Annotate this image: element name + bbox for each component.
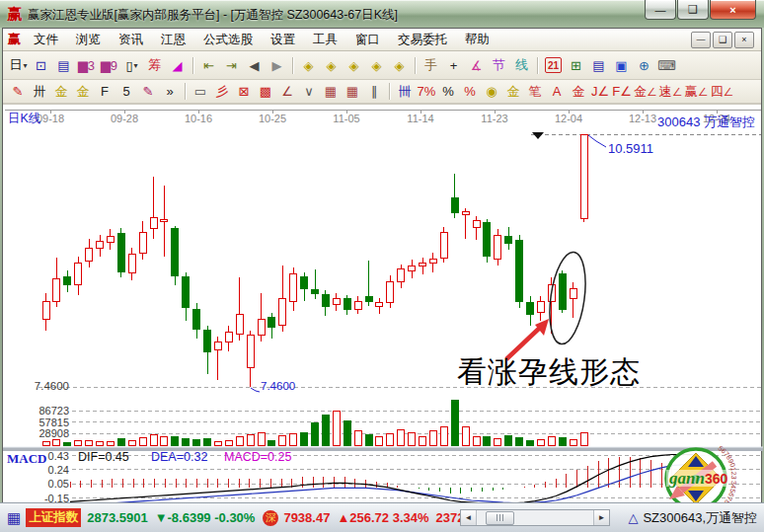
web-sync-icon[interactable]: ⊕: [634, 55, 654, 75]
menu-item[interactable]: 设置: [262, 33, 304, 46]
close-button[interactable]: ×: [710, 0, 756, 20]
scrollbar-thumb[interactable]: [486, 511, 514, 525]
save-icon[interactable]: ▣: [611, 55, 632, 75]
menu-item[interactable]: 工具: [304, 33, 346, 46]
date-tick-label: 11-14: [407, 113, 433, 124]
menu-item[interactable]: 资讯: [110, 33, 152, 46]
four-angle-icon[interactable]: 四∠: [710, 82, 733, 102]
mdi-restore-button[interactable]: ❑: [713, 32, 732, 48]
shift-left-icon[interactable]: ◈: [298, 55, 319, 75]
more-tools-icon[interactable]: »: [160, 82, 180, 102]
golden-ratio-icon[interactable]: 金: [51, 82, 71, 102]
gann-box-icon[interactable]: ⊠: [234, 82, 254, 102]
shenzhen-market-icon[interactable]: 深: [263, 510, 278, 526]
fit-view-icon[interactable]: ◈: [389, 55, 410, 75]
pan-hand-icon[interactable]: 手: [420, 55, 441, 75]
menu-item[interactable]: 帮助: [456, 33, 498, 46]
menu-item[interactable]: 交易委托: [389, 33, 456, 46]
toolbar-gann-tools: ✎卅金金F5✎»▭彡⊠▩∠∨▦▦∥卌7%%%◉金笔A金J∠F∠金∠速∠赢∠四∠: [3, 80, 761, 104]
toolbar-main: 日▾⊡▤▆3▆9▯▾筹◢⇤⇥◀▶◈◈◈◈◈手+∡节线21⊞▤▣⊕⌨: [3, 51, 761, 80]
color-chart-icon[interactable]: ◢: [167, 55, 188, 75]
angle-pointer-icon[interactable]: ∡: [466, 55, 487, 75]
grid-lines-icon[interactable]: 卅: [30, 82, 49, 102]
memo-icon[interactable]: ▤: [588, 55, 609, 75]
win-angle-icon[interactable]: 赢∠: [685, 82, 709, 102]
period-day-selector[interactable]: 日▾: [8, 55, 29, 75]
section-tool-icon[interactable]: 节: [489, 55, 509, 75]
square-grid-icon[interactable]: ▦: [321, 82, 341, 102]
data-transfer-icon[interactable]: ⌨: [656, 55, 677, 75]
fibo-grid-icon[interactable]: F: [95, 82, 115, 102]
date-tick-label: 12-13: [629, 113, 656, 124]
menu-item[interactable]: 浏览: [67, 33, 110, 46]
quote-board-icon[interactable]: ▦: [7, 509, 21, 527]
square-grid2-icon[interactable]: ▦: [343, 82, 362, 102]
kline-style-icon[interactable]: ▯▾: [121, 55, 142, 75]
index-value: 2873.5901: [87, 510, 147, 525]
price-steps-icon[interactable]: 卌: [395, 82, 415, 102]
minimize-button[interactable]: —: [645, 0, 676, 20]
index-name-badge[interactable]: 上证指数: [26, 508, 81, 527]
brush-icon[interactable]: ✎: [8, 82, 28, 102]
minute3-chart-icon[interactable]: ▆3: [76, 55, 97, 75]
gann-grid-icon[interactable]: ▩: [256, 82, 275, 102]
maximize-button[interactable]: ❑: [677, 0, 709, 20]
gann-fan-icon[interactable]: 彡: [212, 82, 232, 102]
gold-angle2-icon[interactable]: 金∠: [634, 82, 657, 102]
app-window: 赢 赢家江恩专业版[赢家内部服务平台] - [万通智控 SZ300643-67日…: [0, 0, 764, 532]
macd-axis-label: 0.43: [3, 450, 69, 462]
hatch-lines-icon[interactable]: ∥: [364, 82, 384, 102]
toolbar-separator: [415, 57, 416, 74]
f-angle-icon[interactable]: F∠: [612, 82, 632, 102]
pen-tool-icon[interactable]: ✎: [138, 82, 158, 102]
angle-lines-icon[interactable]: ∠: [277, 82, 297, 102]
menu-item[interactable]: 窗口: [346, 33, 389, 46]
expand-x-icon[interactable]: ◈: [344, 55, 364, 75]
multi-window-icon[interactable]: ⊡: [31, 55, 51, 75]
logo-360-text: 360: [705, 471, 728, 487]
rect-tool-icon[interactable]: ▭: [191, 82, 210, 102]
menu-item[interactable]: 江恩: [152, 33, 194, 46]
shift-right-icon[interactable]: ◈: [321, 55, 342, 75]
horizontal-scrollbar[interactable]: ◄ ►: [460, 509, 610, 526]
line-tool-icon[interactable]: 线: [511, 55, 532, 75]
first-bar-icon[interactable]: ⇤: [198, 55, 219, 75]
calendar-icon[interactable]: 21: [545, 57, 562, 73]
crosshair-icon[interactable]: +: [443, 55, 464, 75]
next-bar-icon[interactable]: ▶: [267, 55, 287, 75]
mark-pen-icon[interactable]: 笔: [525, 82, 545, 102]
last-bar-icon[interactable]: ⇥: [221, 55, 242, 75]
menu-item[interactable]: 文件: [25, 33, 67, 46]
calculator-icon[interactable]: ⊞: [566, 55, 586, 75]
menu-items: 文件浏览资讯江恩公式选股设置工具窗口交易委托帮助: [25, 32, 498, 48]
mdi-close-button[interactable]: ×: [734, 32, 754, 48]
date-tick-label: 11-05: [333, 113, 359, 124]
menu-item[interactable]: 公式选股: [194, 33, 262, 46]
percent7-icon[interactable]: 7%: [417, 82, 436, 102]
cycle-tool-icon[interactable]: 5: [116, 82, 136, 102]
percent-line-icon[interactable]: %: [460, 82, 480, 102]
volume-series: [42, 401, 587, 445]
gold-angle-icon[interactable]: 金: [569, 82, 588, 102]
prev-bar-icon[interactable]: ◀: [244, 55, 265, 75]
macd-hist-value: MACD=0.25: [224, 450, 291, 464]
compress-x-icon[interactable]: ◈: [366, 55, 387, 75]
percent-icon[interactable]: %: [438, 82, 458, 102]
chart-area[interactable]: 09-1809-2810-1610-2511-0511-1411-2312-04…: [3, 104, 761, 506]
gold-circle-icon[interactable]: ◉: [482, 82, 501, 102]
minute9-chart-icon[interactable]: ▆9: [99, 55, 119, 75]
speed-angle-icon[interactable]: 速∠: [659, 82, 683, 102]
index-change: ▼-8.6399 -0.30%: [155, 510, 256, 525]
scroll-right-arrow[interactable]: ►: [593, 510, 609, 525]
zigzag-icon[interactable]: ∨: [299, 82, 319, 102]
mdi-minimize-button[interactable]: —: [691, 32, 711, 48]
window-controls: — ❑ ×: [644, 0, 756, 20]
golden-ratio2-icon[interactable]: 金: [73, 82, 93, 102]
gold-line-icon[interactable]: 金: [503, 82, 523, 102]
wave-abc-icon[interactable]: A: [547, 82, 567, 102]
chip-distribution-icon[interactable]: 筹: [144, 55, 165, 75]
volume-axis-label: 86723: [3, 405, 69, 417]
j-angle-icon[interactable]: J∠: [590, 82, 610, 102]
scroll-left-arrow[interactable]: ◄: [461, 510, 477, 525]
quote-list-icon[interactable]: ▤: [53, 55, 74, 75]
